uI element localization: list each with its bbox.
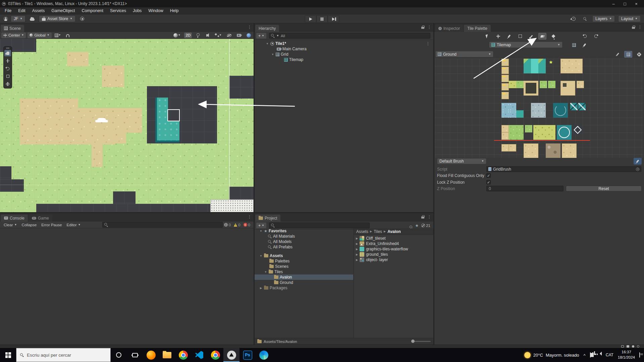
error-pause-button[interactable]: Error Pause: [39, 222, 64, 228]
flood-fill-tool-button[interactable]: [549, 33, 557, 40]
packages-root-row[interactable]: ▶ Packages: [255, 285, 353, 291]
favorite-all-materials-row[interactable]: All Materials: [255, 234, 353, 239]
palette-tile-frame[interactable]: [524, 81, 538, 96]
lock-icon[interactable]: [632, 27, 635, 29]
palette-tile-sand[interactable]: [501, 144, 509, 152]
maximize-button[interactable]: □: [619, 0, 631, 7]
slider-thumb[interactable]: [411, 340, 415, 343]
layers-dropdown[interactable]: Layers▼: [592, 15, 615, 22]
console-panel-menu-icon[interactable]: ⋮: [248, 215, 252, 219]
palette-tile-tealb[interactable]: [531, 66, 538, 73]
reset-button[interactable]: Reset: [566, 186, 642, 191]
palette-tile-grass[interactable]: [548, 81, 555, 88]
palette-tile-redline[interactable]: [494, 140, 590, 141]
hierarchy-panel-menu-icon[interactable]: ⋮: [427, 25, 431, 29]
expand-arrow-icon[interactable]: ▼: [266, 42, 269, 45]
menu-item-window[interactable]: Window: [145, 8, 166, 13]
palette-tile-teal[interactable]: [516, 110, 524, 118]
console-search-input[interactable]: [102, 222, 222, 228]
folder-avalon-row[interactable]: Avalon: [255, 275, 353, 280]
hierarchy-row-scene[interactable]: ▼ Tile1* ⋮: [255, 41, 433, 46]
z-position-field[interactable]: 0: [486, 186, 564, 191]
minimize-button[interactable]: –: [608, 0, 619, 7]
2d-mode-toggle[interactable]: 2D: [184, 33, 192, 38]
move-tool-button[interactable]: [4, 58, 11, 64]
thumbnail-size-slider[interactable]: [411, 341, 431, 342]
brush-dropdown[interactable]: Default Brush ▼: [437, 158, 486, 164]
transform-tool-button[interactable]: [4, 81, 11, 87]
close-button[interactable]: ×: [631, 0, 642, 7]
palette-tile-cliff[interactable]: [501, 92, 509, 99]
folder-palettes-row[interactable]: Palettes: [255, 258, 353, 264]
tool-handle-rotation-dropdown[interactable]: Global▼: [28, 33, 51, 38]
palette-gizmos-toggle[interactable]: [635, 51, 643, 58]
brush-inspector-button[interactable]: [634, 158, 642, 165]
folder-ground-row[interactable]: Ground: [255, 280, 353, 285]
play-button[interactable]: [305, 15, 316, 22]
palette-tile-wtex[interactable]: [501, 103, 509, 110]
hidden-count-badge[interactable]: 21: [421, 224, 430, 228]
palette-tile-grassyblk[interactable]: [533, 125, 555, 140]
edit-palette-button[interactable]: [613, 51, 622, 58]
palette-tile-gteal[interactable]: [524, 59, 531, 66]
status-tray-icon[interactable]: [621, 345, 624, 348]
palette-tile-tealx[interactable]: [570, 103, 578, 110]
pause-button[interactable]: [316, 15, 328, 22]
active-tilemap-dropdown[interactable]: Tilemap ▼: [489, 42, 562, 48]
palette-tile-tealb[interactable]: [531, 59, 538, 66]
paintbrush-tool-button[interactable]: [505, 33, 513, 40]
expand-arrow-icon[interactable]: ▶: [356, 237, 358, 240]
rotate-cw-tool-button[interactable]: [592, 33, 600, 40]
breadcrumb-tiles[interactable]: Tiles: [374, 229, 382, 234]
status-tray-icon[interactable]: [632, 345, 634, 348]
new-palette-grid-button[interactable]: [570, 42, 578, 48]
status-tray-icon[interactable]: [637, 345, 639, 348]
grid-visibility-dropdown[interactable]: ▼: [53, 33, 62, 38]
palette-tile-cliff[interactable]: [501, 75, 509, 82]
action-center-button[interactable]: [639, 353, 640, 357]
palette-tile-star[interactable]: [548, 59, 554, 65]
view-tool-button[interactable]: [4, 50, 11, 56]
lock-icon[interactable]: [421, 27, 424, 29]
select-tool-button[interactable]: [483, 33, 491, 40]
scene-camera-settings-button[interactable]: [235, 33, 243, 38]
palette-tile-teal[interactable]: [524, 66, 531, 73]
scene-panel-menu-icon[interactable]: ⋮: [248, 25, 252, 29]
editor-dropdown[interactable]: Editor▼: [64, 222, 83, 228]
palette-grid-toggle[interactable]: [624, 51, 632, 58]
tab-console[interactable]: Console: [1, 215, 28, 222]
taskbar-app-chrome[interactable]: [175, 348, 191, 362]
palette-tile-frame2[interactable]: [560, 81, 575, 96]
breadcrumb-assets[interactable]: Assets: [356, 229, 368, 234]
breadcrumb-avalon[interactable]: Avalon: [387, 229, 401, 234]
palette-tile-grassblk[interactable]: [509, 125, 524, 140]
menu-item-jobs[interactable]: Jobs: [129, 8, 145, 13]
palette-tile-cliff[interactable]: [501, 83, 509, 90]
asset-row-cliff-tileset[interactable]: ▶ Cliff_tileset: [354, 236, 433, 241]
tile-picker-tool-button[interactable]: [527, 33, 535, 40]
palette-tile-grass[interactable]: [516, 81, 524, 88]
asset-row-extra-unfinished4[interactable]: ▶ Extra_Unfinished4: [354, 241, 433, 246]
asset-row-object-layer[interactable]: ▶ object- layer: [354, 257, 433, 262]
clear-button[interactable]: Clear▼: [1, 222, 19, 228]
flood-fill-checkbox[interactable]: ✓: [486, 173, 491, 178]
menu-item-file[interactable]: File: [1, 8, 15, 13]
rotate-ccw-tool-button[interactable]: [581, 33, 589, 40]
palette-tile-ellip[interactable]: [557, 125, 572, 140]
project-search-input[interactable]: [269, 223, 370, 228]
clock[interactable]: 16:37 18/1/2024: [618, 350, 635, 360]
taskbar-app-chrome-2[interactable]: [207, 348, 223, 362]
task-view-button[interactable]: [127, 348, 143, 362]
tab-tile-palette[interactable]: Tile Palette: [464, 25, 491, 32]
lock-z-checkbox[interactable]: ✓: [486, 180, 491, 184]
move-tool-button[interactable]: [494, 33, 502, 40]
start-button[interactable]: [0, 348, 16, 362]
language-indicator[interactable]: CAT: [606, 353, 613, 357]
collab-target-button[interactable]: [78, 15, 86, 22]
tab-game[interactable]: Game: [29, 215, 52, 222]
taskbar-search-input[interactable]: [27, 353, 107, 358]
palette-tile-gteal[interactable]: [538, 59, 546, 66]
object-picker-icon[interactable]: [636, 168, 639, 171]
expand-arrow-icon[interactable]: ▶: [356, 242, 358, 245]
expand-arrow-icon[interactable]: ▼: [259, 254, 263, 257]
